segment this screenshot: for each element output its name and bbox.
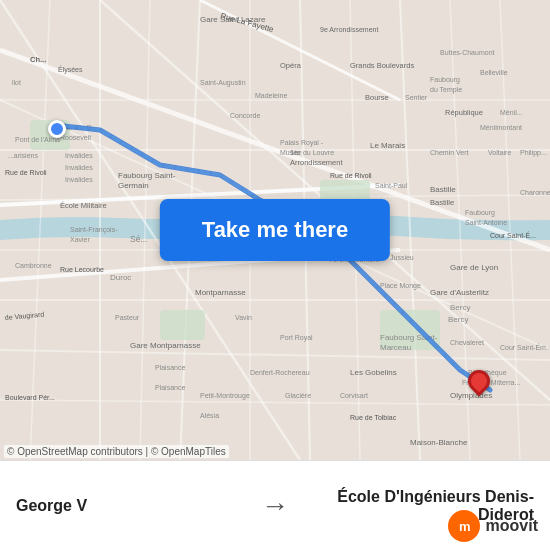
svg-text:Bourse: Bourse: [365, 93, 389, 102]
svg-text:Élysées: Élysées: [58, 65, 83, 74]
svg-text:Roosevelt: Roosevelt: [60, 134, 91, 141]
footer: George V → École D'Ingénieurs Denis-Dide…: [0, 460, 550, 550]
svg-text:Plaisance: Plaisance: [155, 384, 185, 391]
svg-text:Invalides: Invalides: [65, 152, 93, 159]
svg-text:Cour Saint-Ém...: Cour Saint-Ém...: [500, 343, 550, 351]
svg-text:Pasteur: Pasteur: [115, 314, 140, 321]
svg-text:Ménilmontant: Ménilmontant: [480, 124, 522, 131]
svg-text:Cambronne: Cambronne: [15, 262, 52, 269]
moovit-logo: m moovit: [448, 510, 538, 542]
svg-text:Saint-François-: Saint-François-: [70, 226, 118, 234]
svg-text:Saint-Paul: Saint-Paul: [375, 182, 408, 189]
svg-text:Madeleine: Madeleine: [255, 92, 287, 99]
svg-text:Jussieu: Jussieu: [390, 254, 414, 261]
svg-text:Faubourg: Faubourg: [465, 209, 495, 217]
svg-text:Olympiades: Olympiades: [450, 391, 492, 400]
svg-text:Gare Montparnasse: Gare Montparnasse: [130, 341, 201, 350]
svg-text:Rue de Tolbiac: Rue de Tolbiac: [350, 414, 397, 421]
svg-text:Ch...: Ch...: [30, 55, 46, 64]
svg-text:Gare de Lyon: Gare de Lyon: [450, 263, 498, 272]
svg-text:9e Arrondissement: 9e Arrondissement: [320, 26, 378, 33]
svg-text:Corvisart: Corvisart: [340, 392, 368, 399]
svg-text:Cour Saint-É...: Cour Saint-É...: [490, 231, 536, 239]
take-me-there-button[interactable]: Take me there: [160, 199, 390, 261]
svg-text:Sé...: Sé...: [130, 234, 147, 244]
svg-text:Denfert-Rochereau: Denfert-Rochereau: [250, 369, 310, 376]
svg-text:Duroc: Duroc: [110, 273, 131, 282]
svg-text:Port Royal: Port Royal: [280, 334, 313, 342]
svg-text:Arrondissement: Arrondissement: [290, 158, 343, 167]
svg-text:Gare d'Austerlitz: Gare d'Austerlitz: [430, 288, 489, 297]
svg-text:Le Marais: Le Marais: [370, 141, 405, 150]
svg-text:Palais Royal -: Palais Royal -: [280, 139, 324, 147]
svg-text:Saint-Augustin: Saint-Augustin: [200, 79, 246, 87]
svg-text:République: République: [445, 108, 483, 117]
svg-text:...arisiens: ...arisiens: [8, 152, 38, 159]
origin-label: George V: [16, 497, 245, 515]
svg-text:Invalides: Invalides: [65, 176, 93, 183]
svg-text:Boulevard Pér...: Boulevard Pér...: [5, 394, 55, 401]
svg-text:Concorde: Concorde: [230, 112, 260, 119]
svg-rect-28: [160, 310, 205, 340]
moovit-icon: m: [448, 510, 480, 542]
svg-text:Rue de Rivoli: Rue de Rivoli: [5, 169, 47, 176]
svg-text:du Temple: du Temple: [430, 86, 462, 94]
svg-text:Les Gobelins: Les Gobelins: [350, 368, 397, 377]
map-attribution: © OpenStreetMap contributors | © OpenMap…: [4, 445, 229, 458]
svg-text:Xavier: Xavier: [70, 236, 91, 243]
svg-text:Faubourg: Faubourg: [430, 76, 460, 84]
svg-text:Plaisance: Plaisance: [155, 364, 185, 371]
svg-text:Invalides: Invalides: [65, 164, 93, 171]
svg-text:Belleville: Belleville: [480, 69, 508, 76]
svg-text:Musée du Louvre: Musée du Louvre: [280, 149, 334, 156]
svg-text:Faubourg Saint-: Faubourg Saint-: [118, 171, 176, 180]
footer-arrow: →: [245, 490, 305, 522]
svg-text:Germain: Germain: [118, 181, 149, 190]
svg-text:Alésia: Alésia: [200, 412, 219, 419]
svg-text:Opéra: Opéra: [280, 61, 302, 70]
svg-text:Glacière: Glacière: [285, 392, 311, 399]
svg-text:m: m: [459, 519, 471, 534]
svg-text:Buttes-Chaumont: Buttes-Chaumont: [440, 49, 495, 56]
svg-text:Chevaleret: Chevaleret: [450, 339, 484, 346]
footer-origin: George V: [16, 497, 245, 515]
svg-text:Charonne: Charonne: [520, 189, 550, 196]
svg-text:Maison-Blanche: Maison-Blanche: [410, 438, 468, 447]
svg-text:Bastille: Bastille: [430, 185, 456, 194]
map-container: Rue La Fayette Rue de Rivoli Rue de Rivo…: [0, 0, 550, 460]
svg-text:Philipp...: Philipp...: [520, 149, 547, 157]
svg-text:Sentier: Sentier: [405, 94, 428, 101]
svg-text:Vavin: Vavin: [235, 314, 252, 321]
svg-text:Ménil...: Ménil...: [500, 109, 523, 116]
svg-text:Petit-Montrouge: Petit-Montrouge: [200, 392, 250, 400]
destination-marker: [468, 370, 490, 392]
svg-text:Rue de Rivoli: Rue de Rivoli: [330, 172, 372, 179]
svg-text:Montparnasse: Montparnasse: [195, 288, 246, 297]
svg-text:llot: llot: [12, 79, 21, 86]
svg-text:Faubourg Saint-: Faubourg Saint-: [380, 333, 438, 342]
svg-text:Bastille: Bastille: [430, 198, 454, 207]
svg-text:Rue Lecourbe: Rue Lecourbe: [60, 266, 104, 273]
svg-text:Saint-Antoine: Saint-Antoine: [465, 219, 507, 226]
moovit-text: moovit: [486, 517, 538, 535]
svg-text:Bercy: Bercy: [448, 315, 468, 324]
svg-text:Gare Saint-Lazare: Gare Saint-Lazare: [200, 15, 266, 24]
svg-text:Grands Boulevards: Grands Boulevards: [350, 61, 414, 70]
svg-text:Voltaire: Voltaire: [488, 149, 511, 156]
svg-text:Chemin Vert: Chemin Vert: [430, 149, 469, 156]
svg-text:Bercy: Bercy: [450, 303, 470, 312]
svg-text:Place Monge: Place Monge: [380, 282, 421, 290]
svg-text:Marceau: Marceau: [380, 343, 411, 352]
origin-marker: [48, 120, 66, 138]
svg-text:École Militaire: École Militaire: [60, 201, 107, 210]
